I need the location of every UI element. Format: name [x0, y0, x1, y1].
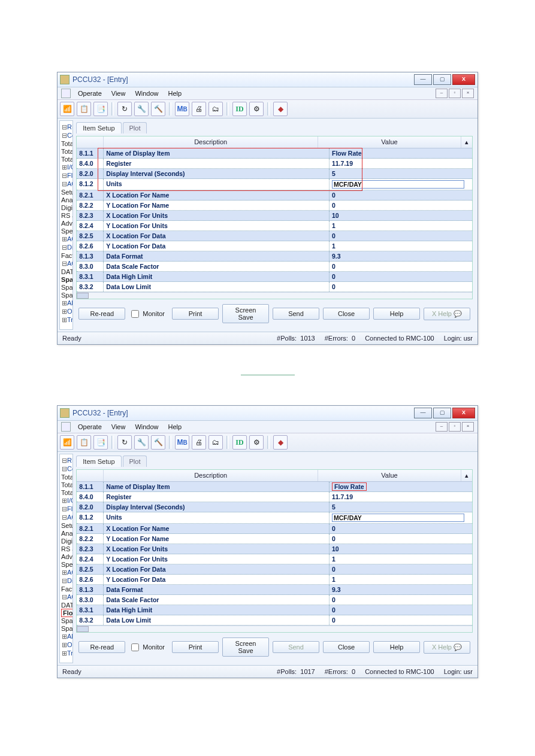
table-row[interactable]: 8.4.0Register11.7.19	[77, 492, 472, 502]
table-row[interactable]: 8.2.2Y Location For Name0	[77, 534, 472, 544]
tree-communications[interactable]: Communications	[67, 465, 73, 472]
table-row[interactable]: 8.2.3X Location For Units10	[77, 544, 472, 554]
toolbar-tool1-icon[interactable]: 🔧	[134, 435, 149, 450]
tree-dt[interactable]: DATE/TIME	[61, 602, 73, 609]
nav-tree[interactable]: ⊟RMC-100 ⊟Communications Totalflow/TCP T…	[59, 120, 73, 330]
screen-save-button[interactable]: Screen Save	[222, 637, 269, 657]
scroll-up-icon[interactable]: ▴	[461, 136, 472, 148]
toolbar-entry-icon[interactable]: 📋	[77, 435, 91, 450]
table-row[interactable]: 8.3.2Data Low Limit0	[77, 282, 472, 292]
toolbar-tool1-icon[interactable]: 🔧	[134, 102, 149, 116]
toolbar-id-icon[interactable]: ID	[232, 102, 247, 116]
tree-display[interactable]: Display	[67, 577, 73, 584]
table-row[interactable]: 8.2.0Display Interval (Seconds)5	[77, 502, 472, 512]
tab-item-setup[interactable]: Item Setup	[76, 122, 121, 133]
tree-adv[interactable]: Adv Setup	[61, 220, 73, 227]
table-row[interactable]: 8.2.1X Location For Name0	[77, 190, 472, 201]
tree-display[interactable]: Display	[67, 244, 73, 251]
tree-io[interactable]: I/O System	[67, 163, 73, 171]
send-button[interactable]: Send	[273, 641, 319, 653]
minimize-button[interactable]: —	[414, 74, 432, 85]
toolbar-tool2-icon[interactable]: 🔨	[151, 435, 165, 450]
tree-analysis[interactable]: Analysis	[61, 530, 73, 537]
tree-adv[interactable]: Adv Setup	[61, 553, 73, 560]
close-panel-button[interactable]: Close	[323, 641, 370, 653]
table-row[interactable]: 8.3.1Data High Limit0	[77, 272, 472, 282]
tree-tfusb[interactable]: Totalflow/USB	[61, 481, 73, 488]
tree-root[interactable]: RMC-100	[67, 123, 73, 130]
tree-aga1d[interactable]: AGA3-1	[67, 260, 73, 267]
toolbar-tool2-icon[interactable]: 🔨	[151, 102, 165, 116]
toolbar-setup-icon[interactable]: ⚙	[249, 102, 264, 116]
tree-setup[interactable]: Setup	[61, 189, 73, 196]
tree-tftcp[interactable]: Totalflow/TCP	[61, 473, 73, 481]
table-row[interactable]: 8.1.2UnitsMCF/DAY	[77, 512, 472, 524]
table-row[interactable]: 8.2.5X Location For Data0	[77, 564, 472, 575]
tree-aga1[interactable]: AGA3-1	[67, 180, 73, 187]
minimize-button[interactable]: —	[414, 408, 432, 418]
toolbar-connect-icon[interactable]: 📶	[60, 435, 74, 450]
table-row[interactable]: 8.2.2Y Location For Name0	[77, 201, 472, 211]
mdi-close[interactable]: ×	[462, 422, 474, 432]
tree-digout[interactable]: Digital Outputs	[61, 538, 73, 545]
menu-operate[interactable]: Operate	[74, 422, 106, 432]
table-row[interactable]: 8.2.3X Location For Units10	[77, 211, 472, 221]
mdi-close[interactable]: ×	[462, 89, 474, 98]
menu-view[interactable]: View	[107, 422, 130, 432]
menu-view[interactable]: View	[107, 89, 130, 98]
tree-sos[interactable]: Speed of Sound	[61, 561, 73, 568]
reread-button[interactable]: Re-read	[78, 641, 125, 653]
maximize-button[interactable]: ▢	[433, 408, 451, 418]
hscroll-thumb[interactable]	[77, 626, 89, 632]
monitor-checkbox[interactable]: Monitor	[129, 308, 165, 320]
tree-spare-sel[interactable]: Spare	[61, 276, 73, 283]
help-button[interactable]: Help	[373, 641, 420, 653]
table-row[interactable]: 8.3.2Data Low Limit0	[77, 615, 472, 626]
toolbar-mb-icon[interactable]: MB	[175, 435, 189, 450]
table-row[interactable]: 8.2.5X Location For Data0	[77, 231, 472, 241]
tree-tftcp[interactable]: Totalflow/TCP	[61, 140, 73, 147]
close-panel-button[interactable]: Close	[323, 308, 370, 320]
tree-tfcom[interactable]: Totalflow/COM0:	[61, 156, 73, 163]
send-button[interactable]: Send	[273, 308, 319, 320]
toolbar-id-icon[interactable]: ID	[232, 435, 247, 450]
tree-flow[interactable]: Flow Measurement	[67, 505, 73, 512]
toolbar-print-icon[interactable]: 🖨	[192, 435, 206, 450]
toolbar-connect-icon[interactable]: 📶	[60, 102, 74, 116]
tree-flow[interactable]: Flow Measurement	[67, 172, 73, 179]
titlebar[interactable]: PCCU32 - [Entry] — ▢ X	[58, 406, 477, 421]
units-input[interactable]: MCF/DAY	[332, 180, 464, 189]
toolbar-archive-icon[interactable]: 🗂	[208, 102, 223, 116]
tree-rsnf[interactable]: RS and No Flow	[61, 212, 73, 219]
print-button[interactable]: Print	[172, 641, 219, 653]
toolbar-archive-icon[interactable]: 🗂	[208, 435, 223, 450]
table-row[interactable]: 8.2.0Display Interval (Seconds)5	[77, 169, 472, 179]
tree-root[interactable]: RMC-100	[67, 457, 73, 464]
tree-spare2[interactable]: Spare	[61, 617, 73, 624]
tree-spare2[interactable]: Spare	[61, 284, 73, 291]
toolbar-refresh-icon[interactable]: ↻	[117, 102, 132, 116]
table-row[interactable]: 8.1.3Data Format9.3	[77, 251, 472, 262]
menu-window[interactable]: Window	[131, 89, 162, 98]
scroll-up-icon[interactable]: ▴	[461, 470, 472, 481]
tab-plot[interactable]: Plot	[123, 456, 147, 467]
table-row[interactable]: 8.2.6Y Location For Data1	[77, 241, 472, 251]
toolbar-print-icon[interactable]: 🖨	[192, 102, 206, 116]
titlebar[interactable]: PCCU32 - [Entry] — ▢ X	[58, 72, 477, 87]
print-button[interactable]: Print	[172, 308, 219, 320]
tree-ops[interactable]: Operations	[67, 308, 73, 315]
help-button[interactable]: Help	[373, 308, 420, 320]
maximize-button[interactable]: ▢	[433, 74, 451, 85]
monitor-checkbox[interactable]: Monitor	[129, 642, 165, 653]
tree-ops[interactable]: Operations	[67, 641, 73, 648]
mdi-minimize[interactable]: –	[436, 422, 448, 432]
tree-aga1[interactable]: AGA3-1	[67, 514, 73, 521]
tree-trend[interactable]: Trend System	[67, 316, 73, 323]
tree-sos[interactable]: Speed of Sound	[61, 227, 73, 235]
toolbar-setup-icon[interactable]: ⚙	[249, 435, 264, 450]
toolbar-help-icon[interactable]: ◆	[273, 435, 288, 450]
toolbar-entry-icon[interactable]: 📋	[77, 102, 91, 116]
tree-spare3[interactable]: Spare	[61, 625, 73, 632]
table-row[interactable]: 8.1.1Name of Display ItemFlow Rate	[77, 482, 472, 492]
tab-plot[interactable]: Plot	[123, 122, 147, 133]
